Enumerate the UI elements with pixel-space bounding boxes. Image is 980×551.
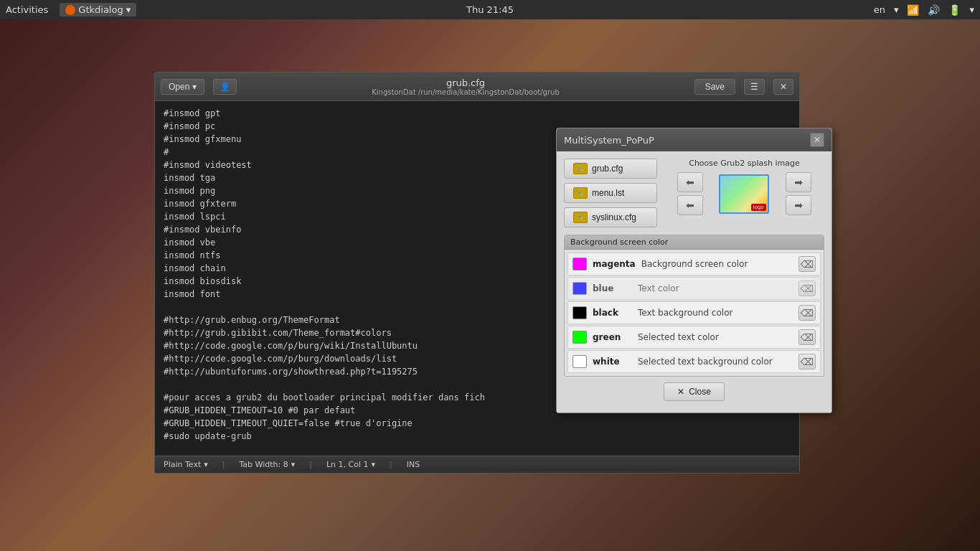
topbar: Activities Gtkdialog ▾ Thu 21:45 en ▾ 📶 … xyxy=(0,0,980,19)
gtkdialog-menu[interactable]: Gtkdialog ▾ xyxy=(60,3,136,17)
volume-icon: 🔊 xyxy=(928,4,940,16)
color-name-white: white xyxy=(593,357,632,367)
close-editor-button[interactable]: ✕ xyxy=(773,79,793,95)
splash-prev-top-button[interactable]: ⬅ xyxy=(677,172,703,192)
syslinux-icon: 🔧 xyxy=(573,212,588,223)
close-x-icon: ✕ xyxy=(677,387,684,397)
color-swatch-magenta[interactable] xyxy=(573,258,587,270)
menulst-icon: 🔧 xyxy=(573,187,588,199)
wifi-icon: 📶 xyxy=(907,4,919,16)
tab-width-label[interactable]: Tab Width: 8 xyxy=(239,460,288,469)
popup-body: 🔧 grub.cfg 🔧 menu.lst 🔧 syslinux.cfg Cho… xyxy=(557,151,831,413)
grubcfg-label: grub.cfg xyxy=(592,164,623,174)
gtkdialog-app-name: Gtkdialog xyxy=(78,4,123,15)
color-row-black: black Text background color ⌫ xyxy=(567,301,821,324)
grubcfg-button[interactable]: 🔧 grub.cfg xyxy=(564,159,657,179)
popup-titlebar: MultiSystem_PoPuP ✕ xyxy=(557,128,831,151)
plain-text-label[interactable]: Plain Text xyxy=(164,460,201,469)
menu-button[interactable]: ☰ xyxy=(744,79,765,95)
status-sep2: | xyxy=(309,460,312,469)
plain-text-arrow: ▾ xyxy=(204,460,208,469)
color-swatch-black[interactable] xyxy=(573,306,587,319)
color-desc-blue: Text color xyxy=(638,283,793,293)
save-label: Save xyxy=(705,82,725,92)
editor-title: grub.cfg xyxy=(242,77,688,88)
gtkdialog-arrow: ▾ xyxy=(126,4,131,15)
topbar-time: Thu 21:45 xyxy=(466,4,514,15)
color-desc-white: Selected text background color xyxy=(638,357,793,367)
popup-footer: ✕ Close xyxy=(564,377,824,405)
open-arrow: ▾ xyxy=(192,82,197,92)
splash-next-bottom-button[interactable]: ➡ xyxy=(786,195,811,215)
color-desc-black: Text background color xyxy=(638,308,793,318)
color-name-black: black xyxy=(593,308,632,318)
popup-close-button[interactable]: ✕ Close xyxy=(664,382,725,401)
status-sep1: | xyxy=(222,460,225,469)
topbar-lang[interactable]: en xyxy=(874,4,885,15)
color-clear-magenta-button[interactable]: ⌫ xyxy=(798,256,816,272)
editor-titlebar: Open ▾ 👤 grub.cfg KingstonDat /run/media… xyxy=(155,72,799,101)
color-desc-magenta: Background screen color xyxy=(641,259,793,269)
color-clear-black-button[interactable]: ⌫ xyxy=(798,305,816,321)
battery-icon: 🔋 xyxy=(948,4,961,16)
color-clear-green-button[interactable]: ⌫ xyxy=(798,329,816,345)
color-name-green: green xyxy=(593,332,632,342)
color-section: Background screen color magenta Backgrou… xyxy=(564,235,824,377)
color-swatch-blue[interactable] xyxy=(573,282,587,295)
activities-label[interactable]: Activities xyxy=(6,4,48,15)
position-label: Ln 1, Col 1 xyxy=(326,460,369,469)
color-desc-green: Selected text color xyxy=(638,332,793,342)
splash-section: Choose Grub2 splash image ⬅ ⬅ logo ➡ ➡ xyxy=(664,159,824,227)
color-rows: magenta Background screen color ⌫ blue T… xyxy=(565,250,824,376)
splash-prev-bottom-button[interactable]: ⬅ xyxy=(677,195,703,215)
menulst-button[interactable]: 🔧 menu.lst xyxy=(564,183,657,203)
color-row-magenta: magenta Background screen color ⌫ xyxy=(567,253,821,276)
gtkdialog-icon xyxy=(65,5,75,15)
splash-next-col: ➡ ➡ xyxy=(773,172,824,215)
color-row-green: green Selected text color ⌫ xyxy=(567,326,821,349)
tab-width-arrow: ▾ xyxy=(291,460,296,469)
popup-close-icon-button[interactable]: ✕ xyxy=(810,133,824,147)
close-label: Close xyxy=(689,387,711,397)
color-clear-blue-button[interactable]: ⌫ xyxy=(798,281,816,296)
color-name-magenta: magenta xyxy=(593,259,636,269)
topbar-menu-arrow[interactable]: ▾ xyxy=(969,4,974,15)
color-row-blue: blue Text color ⌫ xyxy=(567,277,821,300)
save-button[interactable]: Save xyxy=(694,79,735,95)
open-label: Open xyxy=(169,82,189,92)
user-button[interactable]: 👤 xyxy=(213,79,237,95)
syslinux-button[interactable]: 🔧 syslinux.cfg xyxy=(564,207,657,227)
splash-thumbnail-1[interactable]: logo xyxy=(719,174,769,214)
splash-prev-col: ⬅ ⬅ xyxy=(664,172,716,215)
menulst-label: menu.lst xyxy=(592,188,624,198)
splash-next-top-button[interactable]: ➡ xyxy=(786,172,811,192)
editor-subtitle: KingstonDat /run/media/kate/KingstonDat/… xyxy=(242,88,688,96)
editor-statusbar: Plain Text ▾ | Tab Width: 8 ▾ | Ln 1, Co… xyxy=(155,456,799,473)
color-swatch-green[interactable] xyxy=(573,331,587,344)
syslinux-label: syslinux.cfg xyxy=(592,212,636,222)
color-section-title: Background screen color xyxy=(565,235,824,250)
popup-dialog: MultiSystem_PoPuP ✕ 🔧 grub.cfg 🔧 menu.ls… xyxy=(556,128,832,413)
open-button[interactable]: Open ▾ xyxy=(161,79,204,95)
status-sep3: | xyxy=(390,460,392,469)
popup-file-buttons: 🔧 grub.cfg 🔧 menu.lst 🔧 syslinux.cfg xyxy=(564,159,657,227)
topbar-lang-arrow: ▾ xyxy=(894,4,899,15)
color-row-white: white Selected text background color ⌫ xyxy=(567,350,821,373)
position-arrow: ▾ xyxy=(372,460,376,469)
grubcfg-icon: 🔧 xyxy=(573,163,588,174)
color-clear-white-button[interactable]: ⌫ xyxy=(798,354,816,369)
popup-title: MultiSystem_PoPuP xyxy=(564,135,654,146)
color-swatch-white[interactable] xyxy=(573,355,587,368)
ins-label: INS xyxy=(407,460,420,469)
color-name-blue: blue xyxy=(593,283,632,293)
splash-title: Choose Grub2 splash image xyxy=(664,159,824,168)
